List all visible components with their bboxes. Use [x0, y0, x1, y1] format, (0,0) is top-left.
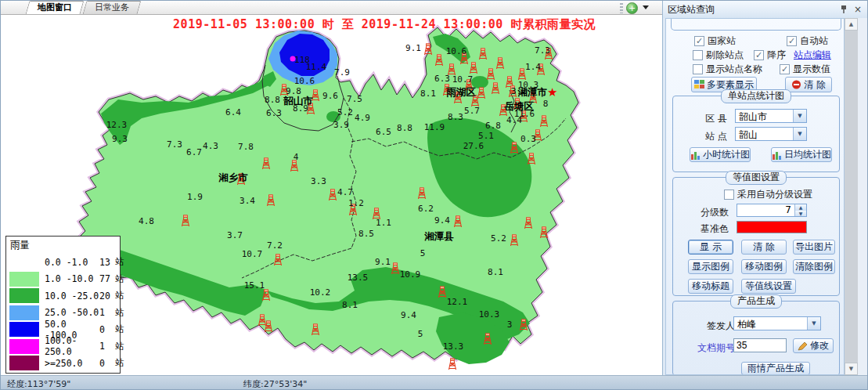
checkbox-auto-station[interactable]: ✓ 自动站	[787, 34, 828, 48]
station-value: 9.3	[112, 134, 128, 144]
station-value: 3.7	[227, 230, 243, 240]
tab-map-window[interactable]: 地图窗口	[26, 1, 85, 14]
move-title-button[interactable]: 移动标题	[688, 279, 733, 294]
combobox-value: 韶山市	[736, 110, 793, 122]
export-image-button[interactable]: 导出图片	[793, 240, 835, 255]
station-value: 9.6	[322, 91, 338, 101]
issuer-label: 签发人	[707, 320, 735, 333]
chevron-down-icon[interactable]: ▼	[793, 128, 806, 140]
legend-swatch	[9, 322, 39, 337]
checkbox-label: 显示数值	[793, 63, 830, 76]
scroll-down-icon[interactable]: ▼	[845, 363, 858, 375]
button-label: 雨情产品生成	[747, 362, 804, 375]
show-legend-button[interactable]: 显示图例	[688, 259, 733, 274]
levels-spinner[interactable]: 7 ▲▼	[737, 204, 807, 217]
combobox-value: 韶山	[736, 128, 793, 140]
chevron-down-icon[interactable]: ▼	[793, 110, 806, 122]
legend-range: >=250.0	[45, 358, 99, 369]
legend-unit: 站	[115, 273, 124, 285]
legend-count: 0	[99, 324, 115, 335]
longitude-readout: 经度:113°7'59"	[7, 378, 70, 390]
hourly-chart-button[interactable]: 小时统计图	[690, 147, 751, 162]
close-icon[interactable]: ×	[852, 3, 864, 16]
station-value: 9.1	[405, 43, 421, 53]
checkbox-national-station[interactable]: ✓ 国家站	[694, 34, 736, 48]
move-legend-button[interactable]: 移动图例	[741, 259, 787, 274]
clear-legend-button[interactable]: 清除图例	[793, 259, 835, 274]
rainfall-legend[interactable]: 雨量 0.0 -1.013站1.0 -10.077站10.0 -25.020站2…	[5, 236, 121, 374]
district-combobox[interactable]: 韶山市 ▼	[735, 109, 807, 123]
district-label: 韶山市	[283, 95, 313, 108]
station-value: 8.3	[448, 112, 463, 122]
legend-count: 77	[99, 273, 115, 284]
modify-button[interactable]: 修改	[793, 338, 834, 353]
issuer-combobox[interactable]: 柏峰 ▼	[733, 316, 821, 330]
station-value: 1.2	[348, 198, 364, 208]
legend-row: >=250.00站	[9, 355, 117, 372]
station-value: 5	[420, 248, 426, 258]
station-value: 13.3	[443, 341, 464, 352]
station-value: 10.7	[242, 249, 263, 259]
city-star-icon: ★	[547, 85, 557, 99]
station-value: 5.7	[464, 106, 480, 116]
station-value: 8.5	[358, 229, 374, 239]
show-isoline-button[interactable]: 显 示	[688, 240, 733, 255]
station-value: 11.4	[306, 62, 327, 72]
checkbox-show-names[interactable]: 显示站点名称	[693, 63, 762, 76]
isoline-settings-button[interactable]: 等值线设置	[741, 279, 796, 294]
legend-unit: 站	[115, 290, 124, 302]
pencil-icon	[798, 341, 808, 351]
legend-range: 0.0 -1.0	[45, 257, 99, 268]
station-value: 8.1	[420, 88, 436, 99]
checkbox-label: 剔除站点	[706, 49, 744, 62]
group-title: 产品生成	[730, 294, 782, 309]
station-value: 13.5	[348, 273, 369, 283]
base-color-swatch[interactable]	[737, 221, 807, 233]
legend-count: 20	[99, 291, 115, 302]
clear-stations-button[interactable]: 清 除	[785, 77, 832, 92]
button-label: 显 示	[700, 240, 722, 254]
station-value: 7.5	[347, 94, 362, 104]
generate-rain-product-button[interactable]: 雨情产品生成	[741, 362, 810, 375]
daily-chart-button[interactable]: 日均统计图	[771, 147, 832, 162]
spinner-arrows[interactable]: ▲▼	[794, 204, 806, 216]
scroll-up-icon[interactable]: ▲	[845, 18, 858, 31]
legend-row: 10.0 -25.020站	[9, 287, 117, 305]
station-edit-link[interactable]: 站点编辑	[794, 49, 831, 62]
legend-unit: 站	[115, 307, 124, 319]
checkbox-exclude-station[interactable]: 剔除站点	[693, 49, 744, 62]
pin-icon[interactable]	[837, 3, 850, 16]
station-value: 4.3	[203, 141, 218, 151]
button-label: 显示图例	[692, 260, 729, 273]
station-value: 5.2	[337, 107, 353, 117]
chevron-down-icon[interactable]: ▼	[807, 317, 820, 330]
arrow-up-icon[interactable]: ▲	[795, 204, 806, 211]
station-value: 5.2	[491, 233, 506, 244]
map-canvas[interactable]: 2019-11-05 13:00:00 时 至 2019-11-24 13:00…	[1, 15, 662, 375]
station-value: 7.9	[334, 67, 350, 78]
button-label: 小时统计图	[703, 148, 750, 161]
station-value: 9.1	[375, 257, 391, 267]
chevron-down-icon[interactable]	[643, 5, 649, 9]
checkbox-descending[interactable]: ✓ 降序	[754, 49, 786, 62]
checkbox-box	[693, 50, 703, 60]
arrow-down-icon[interactable]: ▼	[795, 211, 806, 217]
station-value: 4.7	[337, 187, 353, 197]
checkbox-auto-grading[interactable]: 采用自动分级设置	[724, 188, 812, 201]
group-title: 单站点统计图	[721, 89, 791, 103]
clear-isoline-button[interactable]: 清 除	[741, 240, 787, 255]
station-value: 7.3	[167, 139, 182, 150]
station-combobox[interactable]: 韶山 ▼	[735, 127, 807, 141]
station-value: 5	[418, 329, 423, 339]
station-value: 9.4	[434, 215, 450, 226]
levels-label: 分级数	[701, 206, 729, 219]
station-value: 6.8	[485, 121, 501, 131]
add-layer-button[interactable]: +	[626, 2, 638, 14]
station-value: 6.7	[186, 147, 202, 157]
panel-title: 区域站查询	[668, 3, 836, 16]
tab-daily-business[interactable]: 日常业务	[83, 1, 142, 14]
checkbox-show-values[interactable]: ✓ 显示数值	[780, 63, 830, 76]
panel-scrollbar[interactable]: ▲ ▼	[845, 18, 858, 375]
station-value: 3.3	[311, 176, 326, 186]
doc-number-input[interactable]	[733, 338, 787, 352]
